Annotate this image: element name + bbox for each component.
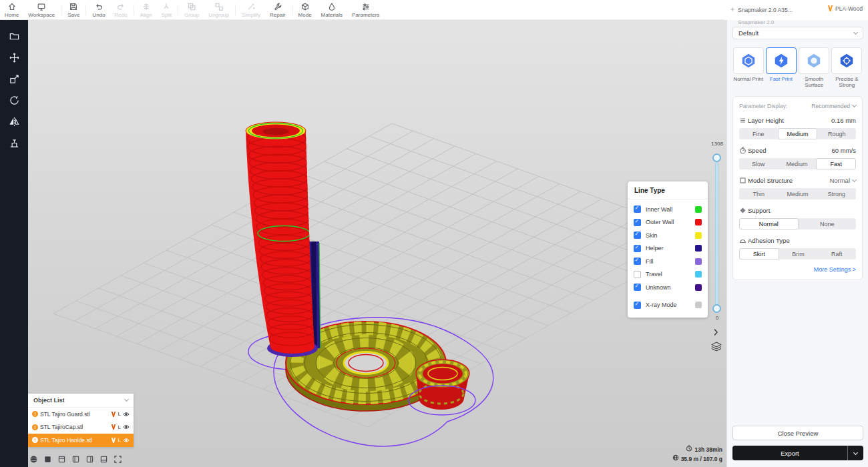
layer-tag: L [118, 424, 121, 430]
profile-dropdown[interactable]: Default [732, 27, 863, 39]
checkbox-skin[interactable] [634, 231, 641, 239]
visibility-eye-icon[interactable] [123, 408, 130, 420]
chevron-right-icon [713, 327, 718, 338]
toolbar-workspace-button[interactable]: Workspace [23, 0, 59, 20]
print-mode-fast[interactable]: Fast Print [765, 47, 797, 88]
align-icon [142, 2, 151, 11]
front-view-button[interactable] [43, 455, 52, 464]
speed-fast[interactable]: Fast [816, 158, 856, 169]
export-dropdown-button[interactable] [847, 446, 863, 460]
close-preview-button[interactable]: Close Preview [732, 426, 863, 440]
toolbar-divider [235, 5, 236, 15]
line-type-title: Line Type [628, 181, 708, 199]
layer-tag: L [118, 437, 121, 443]
toolbar-group-button[interactable]: Group [180, 0, 204, 20]
adhesion-raft[interactable]: Raft [817, 248, 856, 260]
checkbox-xray-mode[interactable] [634, 302, 641, 309]
scale-tool-button[interactable] [4, 71, 24, 89]
checkbox-helper[interactable] [634, 245, 641, 252]
toolbar-parameters-button[interactable]: Parameters [347, 0, 384, 20]
support-none[interactable]: None [799, 218, 857, 229]
toolbar-undo-button[interactable]: Undo [87, 0, 110, 20]
line-type-inner-wall[interactable]: Inner Wall [628, 203, 708, 216]
model-structure-dropdown[interactable]: Normal [829, 177, 856, 184]
print-mode-normal[interactable]: Normal Print [732, 47, 764, 88]
guard-model[interactable] [246, 122, 318, 357]
model-structure-strong[interactable]: Strong [817, 188, 856, 199]
object-row-cap[interactable]: ! STL TajiroCap.stl L [28, 421, 134, 434]
adhesion-brim[interactable]: Brim [779, 248, 818, 260]
line-type-unknown[interactable]: Unknown [628, 281, 708, 294]
collapse-panel-button[interactable] [713, 327, 718, 339]
parameter-display-dropdown[interactable]: Recommended [811, 103, 856, 109]
isometric-view-button[interactable] [29, 455, 38, 464]
speed-slow[interactable]: Slow [739, 158, 778, 169]
toolbar-materials-button[interactable]: Materials [316, 0, 347, 20]
toolbar-redo-button[interactable]: Redo [110, 0, 132, 20]
active-material[interactable]: PLA-Wood [827, 3, 863, 15]
chevron-down-icon [852, 177, 857, 182]
toolbar-home-button[interactable]: Home [0, 0, 23, 20]
layer-slider-bottom-handle[interactable] [712, 304, 721, 313]
object-row-guard[interactable]: ! STL Tajiro Guard.stl L [28, 408, 134, 421]
fast-print-icon [766, 47, 797, 74]
toolbar-mode-button[interactable]: Mode [294, 0, 316, 20]
move-tool-button[interactable] [4, 49, 24, 68]
folder-icon [9, 31, 20, 45]
checkbox-unknown[interactable] [634, 284, 641, 291]
checkbox-travel[interactable] [634, 271, 641, 278]
bottom-view-button[interactable] [99, 455, 108, 464]
xray-mode-row[interactable]: X-ray Mode [628, 299, 708, 312]
layer-height-medium[interactable]: Medium [778, 128, 818, 139]
toolbar-align-button[interactable]: Align [136, 0, 157, 20]
model-structure-medium[interactable]: Medium [778, 188, 817, 199]
layer-slider-top-handle[interactable] [712, 153, 721, 162]
left-view-button[interactable] [71, 455, 80, 464]
visibility-eye-icon[interactable] [123, 434, 130, 446]
line-type-fill[interactable]: Fill [628, 255, 708, 268]
checkbox-outer-wall[interactable] [634, 219, 641, 226]
toolbar-repair-button[interactable]: Repair [265, 0, 290, 20]
checkbox-inner-wall[interactable] [634, 205, 641, 213]
open-file-button[interactable] [4, 28, 24, 47]
toolbar-divider [292, 5, 292, 15]
line-type-travel[interactable]: Travel [628, 268, 708, 282]
layer-height-fine[interactable]: Fine [739, 128, 778, 139]
layers-view-button[interactable] [711, 342, 722, 354]
toolbar-split-button[interactable]: Split [157, 0, 177, 20]
toolbar-ungroup-button[interactable]: Ungroup [204, 0, 234, 20]
export-button[interactable]: Export [732, 446, 863, 460]
print-mode-precise[interactable]: Precise & Strong [831, 47, 863, 88]
print-mode-smooth[interactable]: Smooth Surface [799, 47, 830, 88]
top-view-button[interactable] [57, 455, 66, 464]
visibility-eye-icon[interactable] [123, 421, 130, 433]
object-row-handle[interactable]: ! STL Tajiro Hanlde.stl L [28, 434, 134, 447]
more-settings-link[interactable]: More Settings > [739, 266, 856, 273]
adhesion-skirt[interactable]: Skirt [739, 248, 779, 260]
line-type-skin[interactable]: Skin [628, 229, 708, 242]
connected-device[interactable]: Snapmaker 2.0 A35... Snapmaker 2.0 [730, 3, 821, 27]
support-normal[interactable]: Normal [739, 218, 799, 229]
device-name: Snapmaker 2.0 A35... [738, 7, 793, 13]
color-chip-unknown [695, 284, 702, 291]
line-type-helper[interactable]: Helper [628, 242, 708, 256]
cap-model[interactable] [416, 360, 469, 410]
model-structure-thin[interactable]: Thin [739, 188, 778, 199]
toolbar-simplify-button[interactable]: Simplify [237, 0, 265, 20]
mirror-icon [9, 116, 20, 130]
rotate-tool-button[interactable] [4, 92, 24, 111]
export-label[interactable]: Export [732, 450, 847, 457]
layer-slider-track[interactable] [715, 162, 718, 306]
checkbox-fill[interactable] [634, 258, 641, 265]
fit-view-button[interactable] [114, 455, 122, 464]
support-tool-button[interactable] [4, 135, 24, 153]
right-view-button[interactable] [85, 455, 94, 464]
object-list-header[interactable]: Object List [28, 394, 134, 408]
toolbar-save-button[interactable]: Save [63, 0, 84, 20]
warning-icon: ! [32, 411, 38, 417]
layer-height-rough[interactable]: Rough [817, 128, 856, 139]
line-type-outer-wall[interactable]: Outer Wall [628, 216, 708, 229]
speed-medium[interactable]: Medium [778, 158, 817, 169]
adhesion-type-label: Adhesion Type [748, 237, 856, 244]
mirror-tool-button[interactable] [4, 113, 24, 132]
